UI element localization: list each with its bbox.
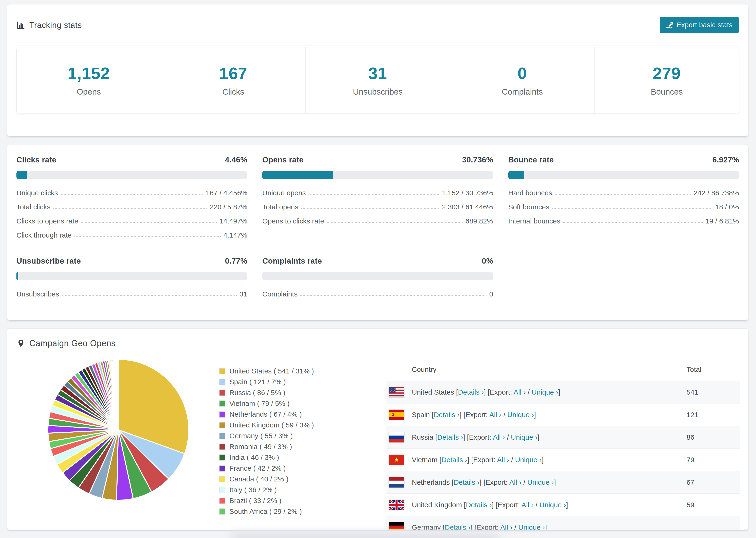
map-marker-icon — [17, 339, 25, 348]
tracking-stats-header: Tracking stats Export basic stats — [7, 4, 748, 45]
export-all-link[interactable]: All › — [497, 456, 509, 463]
legend-swatch — [219, 444, 225, 450]
export-all-link[interactable]: All › — [500, 523, 513, 530]
detail-value: 689.82% — [465, 217, 493, 225]
detail-label: Internal bounces — [508, 217, 561, 225]
table-row-russia: Russia [Details ›] [Export: All › / Uniq… — [387, 426, 740, 448]
rate-value: 0.77% — [225, 256, 247, 265]
de-flag-icon — [389, 522, 404, 530]
export-unique-link[interactable]: Unique › — [527, 478, 554, 486]
detail-label: Unique clicks — [17, 189, 58, 197]
dotted-leader — [75, 237, 220, 237]
details-link[interactable]: Details › — [437, 433, 463, 441]
legend-item-russia[interactable]: Russia ( 86 / 5% ) — [219, 389, 314, 397]
export-unique-link[interactable]: Unique › — [507, 411, 534, 418]
export-all-link[interactable]: All › — [489, 411, 502, 418]
export-basic-stats-button[interactable]: Export basic stats — [660, 17, 739, 33]
detail-row-unique-opens: Unique opens1,152 / 30.736% — [262, 189, 493, 197]
dotted-leader — [563, 222, 702, 223]
stat-value: 0 — [517, 64, 527, 83]
legend-item-vietnam[interactable]: Vietnam ( 79 / 5% ) — [219, 400, 314, 407]
detail-value: 4.147% — [224, 231, 247, 239]
detail-value: 2,303 / 61.446% — [442, 203, 493, 211]
export-icon — [666, 22, 673, 28]
export-unique-link[interactable]: Unique › — [511, 433, 537, 441]
progress-fill — [262, 171, 333, 179]
legend-swatch — [219, 487, 225, 493]
detail-label: Total clicks — [17, 203, 50, 211]
country-name: Vietnam — [412, 456, 438, 463]
legend-item-spain[interactable]: Spain ( 121 / 7% ) — [219, 378, 314, 386]
stat-label: Bounces — [651, 87, 683, 96]
total-cell: 541 — [686, 388, 698, 396]
rates-card: Clicks rate4.46%Unique clicks167 / 4.456… — [7, 145, 748, 320]
details-link[interactable]: Details › — [458, 388, 484, 396]
legend-swatch — [219, 465, 225, 471]
legend-swatch — [219, 455, 225, 461]
legend-item-brazil[interactable]: Brazil ( 33 / 2% ) — [219, 497, 314, 505]
legend-item-united-kingdom[interactable]: United Kingdom ( 59 / 3% ) — [219, 421, 314, 429]
nl-flag-icon — [389, 477, 404, 488]
tracking-stats-card: Tracking stats Export basic stats 1,152O… — [7, 4, 748, 136]
country-cell: Vietnam [Details ›] [Export: All › / Uni… — [412, 456, 544, 464]
country-name: Netherlands — [412, 478, 450, 486]
legend-swatch — [219, 379, 225, 385]
country-cell: Spain [Details ›] [Export: All › / Uniqu… — [412, 411, 536, 419]
legend-label: Germany ( 55 / 3% ) — [229, 432, 293, 440]
total-cell: 67 — [686, 478, 694, 486]
stat-cell-clicks: 167Clicks — [161, 47, 305, 113]
detail-value: 18 / 0% — [715, 203, 739, 211]
legend-item-germany[interactable]: Germany ( 55 / 3% ) — [219, 432, 314, 440]
geo-pie-chart[interactable] — [45, 357, 191, 503]
country-cell: Russia [Details ›] [Export: All › / Uniq… — [412, 433, 540, 441]
legend-item-romania[interactable]: Romania ( 49 / 3% ) — [219, 443, 314, 451]
dotted-leader — [555, 194, 691, 195]
export-all-link[interactable]: All › — [493, 433, 505, 441]
progress-fill — [508, 171, 524, 179]
pie-slice-other-42[interactable] — [118, 359, 118, 430]
export-unique-link[interactable]: Unique › — [531, 388, 558, 396]
legend-swatch — [219, 368, 225, 374]
rate-value: 4.46% — [225, 155, 247, 164]
export-unique-link[interactable]: Unique › — [518, 523, 545, 530]
detail-row-total-clicks: Total clicks220 / 5.87% — [17, 203, 247, 211]
detail-row-click-through-rate: Click through rate4.147% — [17, 231, 247, 239]
column-header-country: Country — [412, 365, 436, 373]
legend-label: Russia ( 86 / 5% ) — [229, 389, 285, 397]
legend-item-canada[interactable]: Canada ( 40 / 2% ) — [219, 475, 314, 483]
export-unique-link[interactable]: Unique › — [540, 501, 566, 509]
dotted-leader — [81, 222, 216, 223]
export-unique-link[interactable]: Unique › — [515, 456, 542, 463]
detail-label: Click through rate — [17, 231, 72, 239]
export-all-link[interactable]: All › — [509, 478, 521, 486]
legend-swatch — [219, 433, 225, 439]
details-link[interactable]: Details › — [466, 501, 492, 509]
total-cell: 86 — [686, 433, 694, 441]
legend-item-india[interactable]: India ( 46 / 3% ) — [219, 454, 314, 461]
export-all-link[interactable]: All › — [514, 388, 526, 396]
legend-item-south-africa[interactable]: South Africa ( 29 / 2% ) — [219, 508, 314, 515]
rate-title: Unsubscribe rate — [17, 256, 81, 265]
legend-item-france[interactable]: France ( 42 / 2% ) — [219, 464, 314, 472]
details-link[interactable]: Details › — [434, 411, 459, 418]
stat-label: Unsubscribes — [353, 87, 403, 96]
stat-cell-complaints: 0Complaints — [450, 47, 594, 113]
detail-row-complaints: Complaints0 — [262, 290, 493, 298]
pie-legend: United States ( 541 / 31% )Spain ( 121 /… — [219, 367, 314, 515]
legend-item-netherlands[interactable]: Netherlands ( 67 / 4% ) — [219, 410, 314, 418]
legend-swatch — [219, 509, 225, 515]
details-link[interactable]: Details › — [445, 523, 470, 530]
details-link[interactable]: Details › — [454, 478, 479, 486]
export-all-link[interactable]: All › — [521, 501, 534, 509]
legend-item-italy[interactable]: Italy ( 36 / 2% ) — [219, 486, 314, 494]
legend-swatch — [219, 390, 225, 396]
ru-flag-icon — [389, 432, 404, 443]
country-name: United States — [412, 388, 454, 396]
legend-swatch — [219, 498, 225, 504]
details-link[interactable]: Details › — [441, 456, 467, 463]
legend-swatch — [219, 422, 225, 428]
table-row-netherlands: Netherlands [Details ›] [Export: All › /… — [387, 471, 740, 493]
legend-label: United States ( 541 / 31% ) — [229, 367, 314, 375]
legend-swatch — [219, 476, 225, 482]
legend-item-united-states[interactable]: United States ( 541 / 31% ) — [219, 367, 314, 375]
